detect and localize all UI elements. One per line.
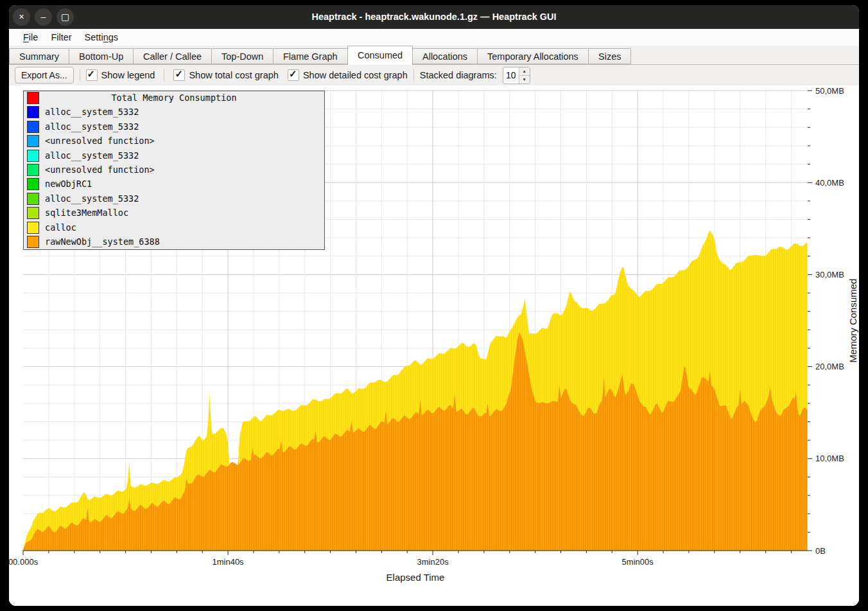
legend-row: calloc — [24, 221, 324, 235]
legend-label: <unresolved function> — [45, 164, 155, 175]
tab-flame-graph[interactable]: Flame Graph — [273, 48, 348, 64]
legend-label: alloc__system_5332 — [45, 121, 139, 132]
menu-settings[interactable]: Settings — [78, 31, 125, 44]
stacked-diagrams-label: Stacked diagrams: — [420, 70, 497, 80]
legend-label: sqlite3MemMalloc — [45, 208, 128, 218]
chart-area[interactable]: 00.000s1min40s3min20s5min00s0B10,0MB20,0… — [9, 85, 859, 606]
legend-swatch — [27, 150, 39, 162]
legend-swatch — [27, 193, 39, 205]
svg-text:Memory Consumed: Memory Consumed — [847, 279, 858, 363]
legend-label: <unresolved function> — [45, 136, 155, 146]
tab-caller-callee[interactable]: Caller / Callee — [133, 48, 212, 64]
legend-row: sqlite3MemMalloc — [24, 206, 324, 220]
legend-row: rawNewObj__system_6388 — [24, 235, 324, 249]
legend-row: <unresolved function> — [24, 163, 324, 177]
svg-text:20,0MB: 20,0MB — [815, 362, 844, 371]
chart-legend: Total Memory Consumptionalloc__system_53… — [23, 91, 325, 250]
legend-label: alloc__system_5332 — [45, 107, 139, 117]
titlebar: × – ▢ Heaptrack - heaptrack.wakunode.1.g… — [9, 5, 859, 29]
tabbar: SummaryBottom-UpCaller / CalleeTop-DownF… — [9, 46, 859, 65]
checkbox-show-detailed-cost-graph[interactable]: ✓Show detailed cost graph — [288, 69, 408, 81]
legend-row: alloc__system_5332 — [24, 192, 324, 206]
tab-temporary-allocations[interactable]: Temporary Allocations — [477, 48, 589, 64]
tab-bottom-up[interactable]: Bottom-Up — [69, 48, 134, 64]
checkbox-show-total-cost-graph[interactable]: ✓Show total cost graph — [173, 69, 278, 81]
tab-consumed[interactable]: Consumed — [347, 46, 413, 65]
legend-label: rawNewObj__system_6388 — [45, 236, 160, 247]
legend-swatch — [27, 106, 39, 118]
legend-row: <unresolved function> — [24, 134, 324, 148]
tab-top-down[interactable]: Top-Down — [211, 48, 273, 64]
legend-label: calloc — [45, 222, 76, 233]
menu-file[interactable]: File — [17, 31, 44, 44]
legend-swatch — [27, 178, 39, 190]
svg-text:5min00s: 5min00s — [622, 557, 654, 567]
menu-filter[interactable]: Filter — [44, 31, 78, 44]
svg-text:30,0MB: 30,0MB — [815, 270, 844, 279]
svg-text:00.000s: 00.000s — [9, 557, 39, 567]
spin-down-icon[interactable]: ▼ — [519, 76, 530, 84]
legend-swatch — [27, 207, 39, 219]
toolbar: Export As... ✓Show legend✓Show total cos… — [9, 65, 859, 85]
svg-text:10,0MB: 10,0MB — [815, 454, 844, 463]
legend-row: alloc__system_5332 — [24, 149, 324, 163]
spinbox-value: 10 — [503, 67, 519, 84]
export-as-button[interactable]: Export As... — [15, 67, 74, 84]
tab-allocations[interactable]: Allocations — [412, 48, 478, 64]
toolbar-separator — [80, 69, 80, 82]
svg-text:1min40s: 1min40s — [212, 557, 244, 567]
toolbar-separator — [413, 69, 414, 82]
legend-label: alloc__system_5332 — [45, 193, 139, 204]
legend-label: newObjRC1 — [45, 179, 92, 189]
tab-sizes[interactable]: Sizes — [588, 48, 631, 64]
legend-row: alloc__system_5332 — [24, 105, 324, 120]
legend-swatch — [27, 164, 39, 176]
svg-text:Elapsed Time: Elapsed Time — [386, 572, 445, 583]
svg-text:0B: 0B — [815, 546, 826, 556]
legend-swatch — [27, 236, 39, 248]
legend-label: Total Memory Consumption — [24, 93, 324, 103]
legend-swatch — [27, 135, 39, 147]
app-window: × – ▢ Heaptrack - heaptrack.wakunode.1.g… — [9, 5, 859, 606]
checkbox-show-legend[interactable]: ✓Show legend — [86, 69, 155, 81]
stacked-diagrams-spinbox[interactable]: 10 ▲ ▼ — [503, 67, 530, 84]
legend-swatch — [27, 222, 39, 234]
window-title: Heaptrack - heaptrack.wakunode.1.gz — He… — [9, 5, 859, 29]
legend-row: alloc__system_5332 — [24, 120, 324, 134]
menubar: FileFilterSettings — [9, 29, 859, 46]
legend-swatch — [27, 121, 39, 133]
spin-up-icon[interactable]: ▲ — [519, 67, 530, 76]
svg-text:40,0MB: 40,0MB — [815, 178, 844, 188]
tab-summary[interactable]: Summary — [9, 48, 69, 64]
legend-row: newObjRC1 — [24, 177, 324, 191]
svg-text:3min20s: 3min20s — [417, 557, 449, 567]
svg-text:50,0MB: 50,0MB — [815, 86, 844, 96]
legend-row: Total Memory Consumption — [24, 91, 324, 105]
legend-label: alloc__system_5332 — [45, 150, 139, 161]
